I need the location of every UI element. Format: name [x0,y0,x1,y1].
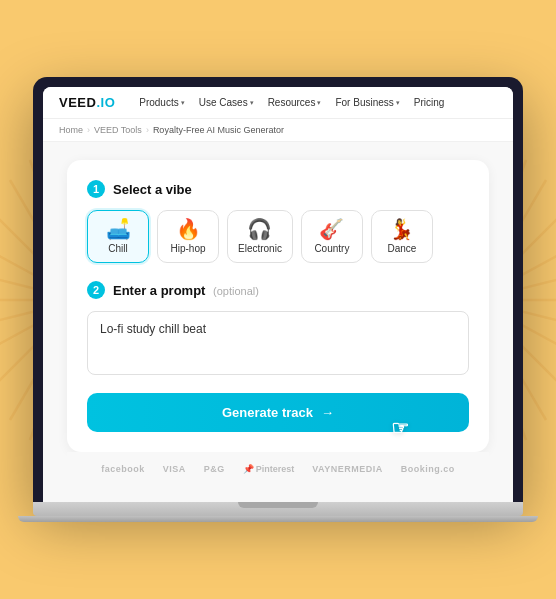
generator-card: 1 Select a vibe 🛋️ Chill 🔥 Hip-hop [67,160,489,452]
country-label: Country [314,243,349,254]
cursor-icon: ☞ [391,416,409,440]
brand-pinterest: 📌 Pinterest [243,464,295,474]
dance-label: Dance [387,243,416,254]
generate-arrow-icon: → [321,405,334,420]
breadcrumb-current: Royalty-Free AI Music Generator [153,125,284,135]
navbar: VEED.IO Products ▾ Use Cases ▾ Resources… [43,87,513,119]
generate-button-label: Generate track [222,405,313,420]
step2-optional: (optional) [213,285,259,297]
vibe-chill[interactable]: 🛋️ Chill [87,210,149,263]
brand-vaynermedia: VAYNERMEDIA [312,464,383,474]
nav-links: Products ▾ Use Cases ▾ Resources ▾ For B… [139,97,444,108]
laptop-foot [18,516,538,522]
nav-use-cases[interactable]: Use Cases ▾ [199,97,254,108]
nav-resources[interactable]: Resources ▾ [268,97,322,108]
brands-bar: facebook VISA P&G 📌 Pinterest VAYNERMEDI… [67,452,489,484]
prompt-textarea[interactable]: Lo-fi study chill beat [87,311,469,375]
vibe-hiphop[interactable]: 🔥 Hip-hop [157,210,219,263]
breadcrumb: Home › VEED Tools › Royalty-Free AI Musi… [43,119,513,142]
brand-facebook: facebook [101,464,145,474]
step1-label: 1 Select a vibe [87,180,469,198]
nav-logo: VEED.IO [59,95,115,110]
laptop-base [33,502,523,516]
step2-number: 2 [87,281,105,299]
nav-products[interactable]: Products ▾ [139,97,184,108]
chill-label: Chill [108,243,127,254]
step2-label: 2 Enter a prompt (optional) [87,281,469,299]
laptop-screen: VEED.IO Products ▾ Use Cases ▾ Resources… [43,87,513,502]
step2-title: Enter a prompt (optional) [113,283,259,298]
main-content: 1 Select a vibe 🛋️ Chill 🔥 Hip-hop [43,142,513,502]
laptop-notch [238,502,318,508]
brand-booking: Booking.co [401,464,455,474]
step1-number: 1 [87,180,105,198]
chill-icon: 🛋️ [106,219,131,239]
laptop-screen-frame: VEED.IO Products ▾ Use Cases ▾ Resources… [33,77,523,502]
electronic-label: Electronic [238,243,282,254]
vibe-electronic[interactable]: 🎧 Electronic [227,210,293,263]
vibe-options: 🛋️ Chill 🔥 Hip-hop 🎧 Electronic 🎸 [87,210,469,263]
electronic-icon: 🎧 [247,219,272,239]
generate-button[interactable]: Generate track → ☞ [87,393,469,432]
vibe-dance[interactable]: 💃 Dance [371,210,433,263]
breadcrumb-home[interactable]: Home [59,125,83,135]
hiphop-label: Hip-hop [170,243,205,254]
step1-title: Select a vibe [113,182,192,197]
country-icon: 🎸 [319,219,344,239]
brand-pg: P&G [204,464,225,474]
hiphop-icon: 🔥 [176,219,201,239]
brand-visa: VISA [163,464,186,474]
nav-for-business[interactable]: For Business ▾ [335,97,399,108]
breadcrumb-veed-tools[interactable]: VEED Tools [94,125,142,135]
vibe-country[interactable]: 🎸 Country [301,210,363,263]
nav-pricing[interactable]: Pricing [414,97,445,108]
dance-icon: 💃 [389,219,414,239]
laptop-container: VEED.IO Products ▾ Use Cases ▾ Resources… [33,77,523,522]
